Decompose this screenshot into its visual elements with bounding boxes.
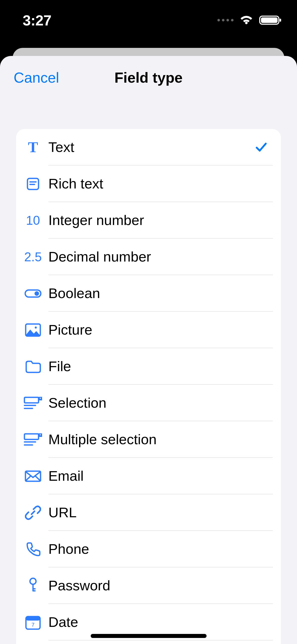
- option-label: URL: [48, 504, 268, 521]
- file-icon: [25, 360, 41, 373]
- svg-rect-21: [26, 617, 40, 621]
- svg-rect-2: [280, 19, 281, 22]
- option-label: Integer number: [48, 212, 268, 228]
- option-phone[interactable]: Phone: [16, 531, 281, 567]
- option-file[interactable]: File: [16, 348, 281, 385]
- option-boolean[interactable]: Boolean: [16, 275, 281, 312]
- wifi-icon: [239, 15, 254, 26]
- field-type-list: T Text Rich text 10 Integer number 2.5 D…: [16, 129, 281, 644]
- option-email[interactable]: Email: [16, 458, 281, 494]
- sheet-title: Field type: [114, 69, 183, 86]
- option-password[interactable]: Password: [16, 567, 281, 604]
- phone-icon: [25, 541, 41, 557]
- option-label: File: [48, 358, 268, 374]
- option-url[interactable]: URL: [16, 494, 281, 531]
- url-icon: [25, 505, 41, 521]
- option-picture[interactable]: Picture: [16, 312, 281, 348]
- sheet-header: Cancel Field type: [0, 56, 297, 99]
- cancel-button[interactable]: Cancel: [14, 69, 59, 86]
- svg-point-7: [35, 291, 39, 296]
- svg-rect-14: [24, 434, 39, 439]
- option-label: Picture: [48, 321, 268, 338]
- svg-rect-10: [24, 397, 39, 403]
- home-indicator: [91, 634, 207, 638]
- option-richtext[interactable]: Rich text: [16, 166, 281, 202]
- svg-point-9: [35, 327, 37, 329]
- status-bar: 3:27: [0, 0, 297, 40]
- email-icon: [24, 470, 42, 482]
- option-text[interactable]: T Text: [16, 129, 281, 166]
- option-label: Rich text: [48, 175, 268, 192]
- richtext-icon: [25, 176, 41, 191]
- svg-rect-1: [261, 17, 278, 23]
- decimal-icon: 2.5: [24, 250, 42, 264]
- status-right: [217, 15, 282, 26]
- option-multiselection[interactable]: Multiple selection: [16, 421, 281, 458]
- battery-icon: [259, 15, 282, 26]
- boolean-icon: [24, 288, 42, 299]
- option-integer[interactable]: 10 Integer number: [16, 202, 281, 239]
- picture-icon: [25, 323, 41, 337]
- option-label: Date: [48, 614, 268, 630]
- option-label: Email: [48, 468, 268, 484]
- option-decimal[interactable]: 2.5 Decimal number: [16, 239, 281, 275]
- option-label: Multiple selection: [48, 431, 268, 447]
- option-label: Decimal number: [48, 248, 268, 265]
- status-time: 3:27: [23, 12, 51, 29]
- option-label: Text: [48, 139, 255, 155]
- option-label: Selection: [48, 395, 268, 411]
- option-selection[interactable]: Selection: [16, 385, 281, 421]
- password-icon: [27, 577, 39, 594]
- option-label: Phone: [48, 541, 268, 557]
- modal-sheet: Cancel Field type T Text Rich text 10 In…: [0, 56, 297, 644]
- date-icon: 7: [25, 615, 41, 630]
- svg-text:7: 7: [31, 622, 35, 628]
- cellular-dots-icon: [217, 19, 234, 21]
- option-label: Password: [48, 577, 268, 594]
- multiselection-icon: [23, 433, 43, 446]
- integer-icon: 10: [26, 213, 40, 228]
- selection-icon: [23, 396, 43, 410]
- checkmark-icon: [255, 141, 268, 154]
- svg-point-19: [30, 578, 36, 584]
- option-label: Boolean: [48, 285, 268, 301]
- option-datetime[interactable]: 7 Date and time: [16, 640, 281, 644]
- text-icon: T: [28, 139, 38, 156]
